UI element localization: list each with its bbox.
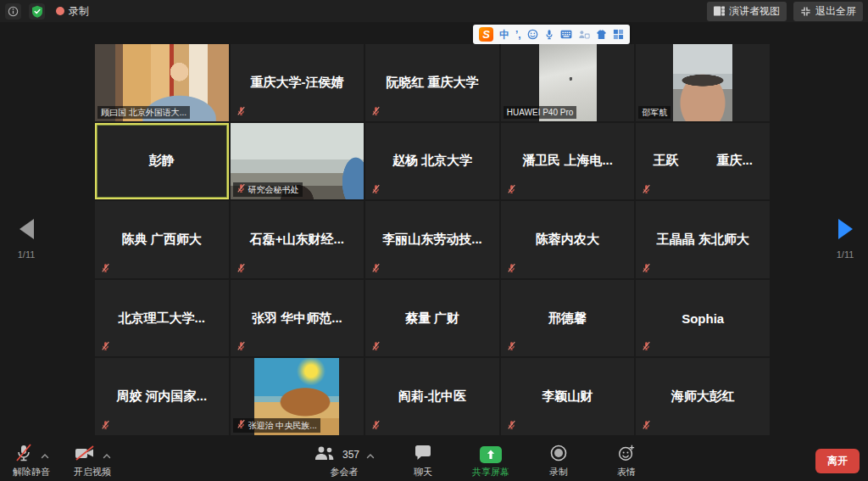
participant-tile[interactable]: 彭静 [95, 123, 229, 200]
mic-muted-icon [101, 263, 110, 273]
participant-tile[interactable]: 张羽 华中师范... [231, 280, 364, 357]
participant-tile[interactable]: 阎莉-北中医 [365, 358, 499, 435]
participant-name: 王跃 重庆... [636, 123, 770, 200]
participant-tile[interactable]: 张迎治 中央民族... [231, 358, 364, 435]
mic-muted-icon [642, 263, 651, 273]
leave-button[interactable]: 离开 [815, 449, 860, 473]
ime-emoji-icon[interactable] [527, 29, 538, 40]
exit-fullscreen-button[interactable]: 退出全屏 [793, 2, 863, 21]
ime-handwriting-icon[interactable] [578, 30, 590, 40]
participant-name: 阮晓红 重庆大学 [365, 44, 499, 121]
mic-muted-icon [14, 443, 34, 467]
speaker-view-button[interactable]: 演讲者视图 [707, 2, 787, 21]
unmute-button[interactable]: 解除静音 [12, 445, 51, 478]
ime-voice-icon[interactable] [544, 29, 554, 40]
participant-name: 北京理工大学... [95, 280, 229, 357]
camera-off-icon [74, 443, 96, 467]
participants-button[interactable]: 357 参会者 [314, 445, 375, 478]
participant-name: 海师大彭红 [636, 358, 770, 435]
participant-tile[interactable]: 王晶晶 东北师大 [636, 201, 770, 278]
ime-punctuation-icon[interactable]: ’, [515, 30, 521, 40]
audio-options-chevron-icon[interactable] [41, 447, 49, 462]
chat-icon [414, 445, 432, 465]
participants-count: 357 [342, 449, 359, 461]
participant-tile[interactable]: 邵军航 [636, 44, 770, 121]
participant-tile[interactable]: Sophia [636, 280, 770, 357]
participant-tile[interactable]: 重庆大学-汪侯婧 [231, 44, 364, 121]
participant-tile[interactable]: 石磊+山东财经... [231, 201, 364, 278]
participant-tile[interactable]: 周姣 河内国家... [95, 358, 229, 435]
participant-tile[interactable]: 陈典 广西师大 [95, 201, 229, 278]
ime-toolbox-icon[interactable] [613, 29, 624, 40]
participant-tile[interactable]: 王跃 重庆... [636, 123, 770, 200]
participant-name: 邵军航 [642, 107, 667, 118]
emoji-reaction-icon [617, 444, 636, 466]
ime-keyboard-icon[interactable] [560, 30, 572, 39]
mic-muted-icon [507, 184, 516, 194]
share-screen-button[interactable]: 共享屏幕 [471, 445, 510, 478]
mic-muted-icon [236, 183, 246, 196]
participant-name: 重庆大学-汪侯婧 [231, 44, 364, 121]
participant-name: 邢德馨 [501, 280, 635, 357]
info-icon[interactable] [5, 3, 21, 20]
mic-muted-icon [507, 341, 516, 351]
mic-muted-icon [101, 341, 110, 351]
next-page-arrow-icon[interactable] [838, 219, 853, 239]
top-bar: 录制 演讲者视图 退出全屏 [0, 0, 868, 22]
ime-skin-icon[interactable] [596, 30, 607, 40]
mic-muted-icon [507, 263, 516, 273]
participant-name: 石磊+山东财经... [231, 201, 364, 278]
participant-name: 赵杨 北京大学 [365, 123, 499, 200]
participant-name: 研究会秘书处 [248, 184, 299, 195]
participant-tile[interactable]: 赵杨 北京大学 [365, 123, 499, 200]
chat-button[interactable]: 聊天 [403, 445, 442, 478]
mic-muted-icon [642, 420, 651, 430]
mic-muted-icon [642, 184, 651, 194]
mic-muted-icon [507, 420, 516, 430]
participant-name: 李颖山财 [501, 358, 635, 435]
page-indicator: 1/11 [826, 249, 865, 260]
ime-toolbar[interactable]: S 中 ’, [473, 25, 630, 44]
participant-name-tag: 张迎治 中央民族... [233, 418, 320, 433]
mic-muted-icon [236, 419, 246, 432]
recording-indicator: 录制 [56, 4, 89, 19]
participant-name: 陈典 广西师大 [95, 201, 229, 278]
participant-tile[interactable]: 北京理工大学... [95, 280, 229, 357]
participant-tile[interactable]: 李颖山财 [501, 358, 635, 435]
mic-muted-icon [101, 420, 110, 430]
participant-name: HUAWEI P40 Pro [507, 107, 574, 118]
record-button[interactable]: 录制 [539, 445, 578, 478]
participant-tile[interactable]: 邢德馨 [501, 280, 635, 357]
participant-name: Sophia [636, 280, 770, 357]
mic-muted-icon [236, 341, 246, 351]
video-options-chevron-icon[interactable] [103, 447, 111, 462]
participant-tile[interactable]: 蔡量 广财 [365, 280, 499, 357]
participants-chevron-icon[interactable] [366, 447, 375, 462]
participant-tile[interactable]: 顾曰国 北京外国语大... [95, 44, 229, 121]
participant-tile[interactable]: 阮晓红 重庆大学 [365, 44, 499, 121]
mic-muted-icon [236, 106, 246, 116]
sogou-logo-icon[interactable]: S [479, 27, 493, 42]
participant-tile[interactable]: 研究会秘书处 [231, 123, 364, 200]
ime-chinese-mode-icon[interactable]: 中 [499, 30, 509, 40]
participant-name-tag: HUAWEI P40 Pro [504, 106, 577, 119]
exit-fullscreen-icon [800, 6, 811, 17]
security-shield-icon[interactable] [29, 3, 45, 20]
participant-tile[interactable]: 潘卫民 上海电... [501, 123, 635, 200]
participant-name: 周姣 河内国家... [95, 358, 229, 435]
meeting-window: 录制 演讲者视图 退出全屏 S 中 ’, [0, 0, 868, 481]
start-video-button[interactable]: 开启视频 [73, 445, 112, 478]
participant-name: 蔡量 广财 [365, 280, 499, 357]
participant-tile[interactable]: 海师大彭红 [636, 358, 770, 435]
participant-tile[interactable]: 陈蓉内农大 [501, 201, 635, 278]
participant-name: 潘卫民 上海电... [501, 123, 635, 200]
mic-muted-icon [371, 184, 381, 194]
participant-tile[interactable]: 李丽山东劳动技... [365, 201, 499, 278]
emoji-button[interactable]: 表情 [607, 445, 646, 478]
mic-muted-icon [371, 420, 381, 430]
participant-grid: 顾曰国 北京外国语大...重庆大学-汪侯婧阮晓红 重庆大学HUAWEI P40 … [95, 44, 770, 435]
previous-page-arrow-icon[interactable] [19, 219, 34, 239]
participant-tile[interactable]: HUAWEI P40 Pro [501, 44, 635, 121]
participant-name: 陈蓉内农大 [501, 201, 635, 278]
participant-name: 王晶晶 东北师大 [636, 201, 770, 278]
